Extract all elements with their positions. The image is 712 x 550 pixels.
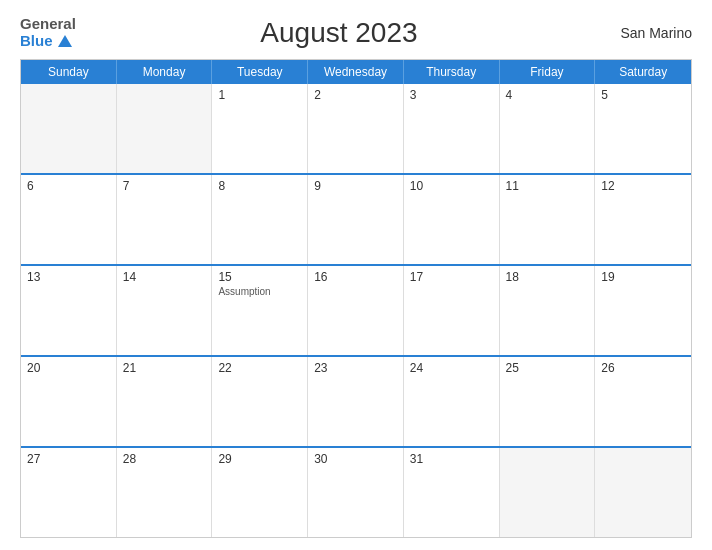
day-cell: 25 <box>500 357 596 446</box>
day-cell: 23 <box>308 357 404 446</box>
day-cell: 27 <box>21 448 117 537</box>
day-number: 5 <box>601 88 685 102</box>
day-cell: 2 <box>308 84 404 173</box>
logo: General Blue <box>20 16 76 49</box>
day-cell: 31 <box>404 448 500 537</box>
day-number: 31 <box>410 452 493 466</box>
day-number: 10 <box>410 179 493 193</box>
day-cell <box>595 448 691 537</box>
weeks-container: 123456789101112131415Assumption161718192… <box>21 84 691 537</box>
day-cell: 28 <box>117 448 213 537</box>
day-cell: 21 <box>117 357 213 446</box>
week-row-1: 6789101112 <box>21 173 691 264</box>
calendar-title: August 2023 <box>76 17 602 49</box>
day-number: 22 <box>218 361 301 375</box>
day-cell: 20 <box>21 357 117 446</box>
day-header-sunday: Sunday <box>21 60 117 84</box>
day-number: 19 <box>601 270 685 284</box>
day-number: 25 <box>506 361 589 375</box>
day-cell: 13 <box>21 266 117 355</box>
day-cell: 30 <box>308 448 404 537</box>
day-number: 27 <box>27 452 110 466</box>
day-cell: 10 <box>404 175 500 264</box>
day-number: 12 <box>601 179 685 193</box>
day-number: 28 <box>123 452 206 466</box>
day-cell: 22 <box>212 357 308 446</box>
day-header-friday: Friday <box>500 60 596 84</box>
day-number: 13 <box>27 270 110 284</box>
day-cell: 15Assumption <box>212 266 308 355</box>
day-number: 3 <box>410 88 493 102</box>
day-cell: 17 <box>404 266 500 355</box>
day-cell: 19 <box>595 266 691 355</box>
day-header-saturday: Saturday <box>595 60 691 84</box>
header: General Blue August 2023 San Marino <box>20 16 692 49</box>
day-cell: 29 <box>212 448 308 537</box>
day-cell: 11 <box>500 175 596 264</box>
days-header: SundayMondayTuesdayWednesdayThursdayFrid… <box>21 60 691 84</box>
day-cell: 1 <box>212 84 308 173</box>
day-cell: 16 <box>308 266 404 355</box>
day-number: 9 <box>314 179 397 193</box>
day-number: 1 <box>218 88 301 102</box>
day-cell: 8 <box>212 175 308 264</box>
region-label: San Marino <box>602 25 692 41</box>
day-cell: 9 <box>308 175 404 264</box>
day-event: Assumption <box>218 286 301 297</box>
week-row-3: 20212223242526 <box>21 355 691 446</box>
day-number: 7 <box>123 179 206 193</box>
day-cell <box>21 84 117 173</box>
day-cell: 12 <box>595 175 691 264</box>
day-header-thursday: Thursday <box>404 60 500 84</box>
day-cell: 5 <box>595 84 691 173</box>
logo-general-text: General <box>20 16 76 33</box>
week-row-0: 12345 <box>21 84 691 173</box>
logo-triangle-icon <box>58 35 72 47</box>
day-header-monday: Monday <box>117 60 213 84</box>
day-number: 29 <box>218 452 301 466</box>
week-row-2: 131415Assumption16171819 <box>21 264 691 355</box>
day-number: 18 <box>506 270 589 284</box>
calendar: SundayMondayTuesdayWednesdayThursdayFrid… <box>20 59 692 538</box>
day-number: 21 <box>123 361 206 375</box>
logo-blue-text: Blue <box>20 33 72 50</box>
day-cell: 6 <box>21 175 117 264</box>
day-cell: 24 <box>404 357 500 446</box>
day-number: 16 <box>314 270 397 284</box>
day-cell: 4 <box>500 84 596 173</box>
day-cell <box>117 84 213 173</box>
day-number: 6 <box>27 179 110 193</box>
day-number: 26 <box>601 361 685 375</box>
day-cell: 18 <box>500 266 596 355</box>
day-number: 2 <box>314 88 397 102</box>
day-number: 17 <box>410 270 493 284</box>
day-cell: 14 <box>117 266 213 355</box>
day-number: 4 <box>506 88 589 102</box>
day-number: 30 <box>314 452 397 466</box>
day-header-wednesday: Wednesday <box>308 60 404 84</box>
day-number: 20 <box>27 361 110 375</box>
day-number: 15 <box>218 270 301 284</box>
day-number: 8 <box>218 179 301 193</box>
day-cell <box>500 448 596 537</box>
day-number: 23 <box>314 361 397 375</box>
day-cell: 7 <box>117 175 213 264</box>
week-row-4: 2728293031 <box>21 446 691 537</box>
day-number: 14 <box>123 270 206 284</box>
day-number: 11 <box>506 179 589 193</box>
day-number: 24 <box>410 361 493 375</box>
day-cell: 3 <box>404 84 500 173</box>
day-header-tuesday: Tuesday <box>212 60 308 84</box>
day-cell: 26 <box>595 357 691 446</box>
page: General Blue August 2023 San Marino Sund… <box>0 0 712 550</box>
